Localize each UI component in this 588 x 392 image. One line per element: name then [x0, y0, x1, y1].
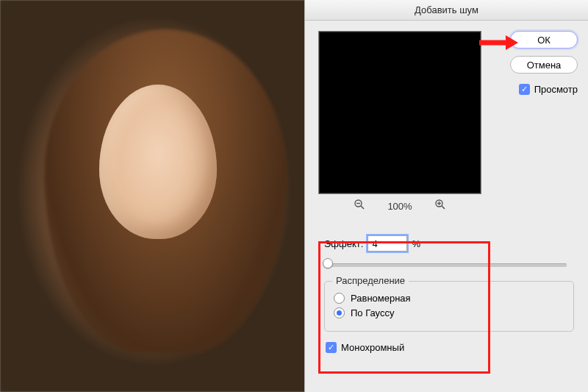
- svg-line-4: [442, 206, 445, 209]
- monochrome-toggle[interactable]: ✓ Монохромный: [326, 342, 578, 353]
- ok-button[interactable]: ОК: [510, 31, 578, 49]
- cancel-button[interactable]: Отмена: [510, 56, 578, 74]
- zoom-out-icon[interactable]: [354, 199, 365, 213]
- zoom-in-icon[interactable]: [434, 199, 446, 213]
- preview-toggle[interactable]: ✓ Просмотр: [519, 84, 578, 95]
- amount-slider-thumb[interactable]: [323, 258, 333, 268]
- distribution-gaussian-option[interactable]: По Гауссу: [334, 307, 564, 318]
- radio-off-icon: [334, 293, 345, 304]
- svg-line-1: [361, 206, 364, 209]
- monochrome-checkbox-icon: ✓: [326, 342, 337, 353]
- distribution-uniform-option[interactable]: Равномерная: [334, 293, 564, 304]
- distribution-legend: Распределение: [332, 275, 409, 286]
- add-noise-dialog: Добавить шум ОК Отмена ✓ Просмотр 100%: [304, 0, 588, 392]
- amount-input[interactable]: [368, 235, 407, 252]
- noise-preview-thumbnail[interactable]: [318, 31, 481, 194]
- distribution-fieldset: Распределение Равномерная По Гауссу: [324, 281, 574, 332]
- radio-on-icon: [334, 307, 345, 318]
- dialog-title: Добавить шум: [305, 0, 588, 21]
- amount-slider[interactable]: [324, 257, 567, 271]
- uniform-label: Равномерная: [351, 293, 411, 304]
- preview-label: Просмотр: [534, 84, 578, 95]
- zoom-level-label: 100%: [387, 201, 412, 212]
- amount-label: Эффект:: [324, 238, 363, 249]
- gaussian-label: По Гауссу: [351, 307, 394, 318]
- preview-checkbox-icon: ✓: [519, 84, 530, 95]
- amount-unit: %: [412, 238, 420, 249]
- monochrome-label: Монохромный: [341, 342, 404, 353]
